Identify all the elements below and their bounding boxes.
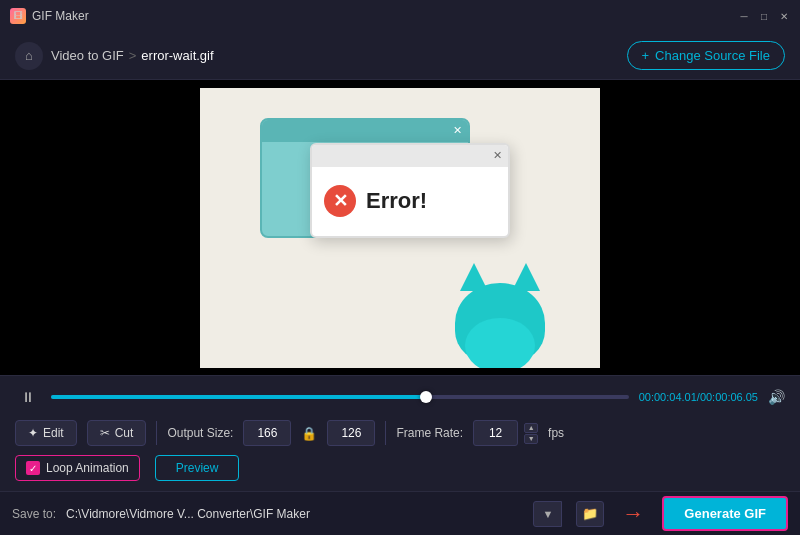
frame-rate-input[interactable] (473, 420, 518, 446)
save-to-label: Save to: (12, 507, 56, 521)
fps-up-arrow[interactable]: ▲ (524, 423, 538, 433)
error-window-titlebar: ✕ (312, 145, 508, 167)
minimize-button[interactable]: ─ (738, 10, 750, 22)
close-button[interactable]: ✕ (778, 10, 790, 22)
gif-preview: ✕ ✕ ✕ Error! (200, 88, 600, 368)
loop-row: ✓ Loop Animation Preview (15, 450, 785, 486)
progress-container: ⏸ 00:00:04.01/00:00:06.05 🔊 (15, 384, 785, 410)
folder-dropdown[interactable]: ▼ (533, 501, 562, 527)
app-title: GIF Maker (32, 9, 89, 23)
change-source-button[interactable]: + Change Source File (627, 41, 786, 70)
cat-face (465, 318, 535, 368)
output-size-label: Output Size: (167, 426, 233, 440)
time-display: 00:00:04.01/00:00:06.05 (639, 391, 758, 403)
progress-track[interactable] (51, 395, 629, 399)
plus-icon: + (642, 48, 650, 63)
video-preview-area: ✕ ✕ ✕ Error! (0, 80, 800, 375)
progress-thumb[interactable] (420, 391, 432, 403)
loop-checkbox[interactable]: ✓ (26, 461, 40, 475)
edit-icon: ✦ (28, 426, 38, 440)
cat-ear-left (460, 263, 488, 291)
folder-select-button[interactable]: ▼ (533, 501, 562, 527)
nav-left: ⌂ Video to GIF > error-wait.gif (15, 42, 214, 70)
cut-icon: ✂ (100, 426, 110, 440)
change-source-label: Change Source File (655, 48, 770, 63)
fps-spinner[interactable]: ▲ ▼ (524, 423, 538, 444)
width-input[interactable] (243, 420, 291, 446)
cat-character (455, 283, 545, 363)
error-text: Error! (366, 188, 427, 214)
error-window: ✕ ✕ Error! (310, 143, 510, 238)
bottom-bar: Save to: C:\Vidmore\Vidmore V... Convert… (0, 491, 800, 535)
cut-label: Cut (115, 426, 134, 440)
edit-button[interactable]: ✦ Edit (15, 420, 77, 446)
volume-icon[interactable]: 🔊 (768, 389, 785, 405)
total-time: 00:00:06.05 (700, 391, 758, 403)
background-window-titlebar: ✕ (262, 120, 468, 142)
play-pause-button[interactable]: ⏸ (15, 384, 41, 410)
home-button[interactable]: ⌂ (15, 42, 43, 70)
breadcrumb: Video to GIF > error-wait.gif (51, 48, 214, 63)
error-icon: ✕ (324, 185, 356, 217)
maximize-button[interactable]: □ (758, 10, 770, 22)
fps-down-arrow[interactable]: ▼ (524, 434, 538, 444)
lock-icon[interactable]: 🔒 (301, 426, 317, 441)
title-bar-left: 🎞 GIF Maker (10, 8, 89, 24)
breadcrumb-video-to-gif: Video to GIF (51, 48, 124, 63)
error-window-close: ✕ (493, 149, 502, 162)
toolbar-row: ✦ Edit ✂ Cut Output Size: 🔒 Frame Rate: … (15, 416, 785, 450)
save-path: C:\Vidmore\Vidmore V... Converter\GIF Ma… (66, 507, 523, 521)
frame-rate-label: Frame Rate: (396, 426, 463, 440)
generate-gif-button[interactable]: Generate GIF (662, 496, 788, 531)
close-x-icon: ✕ (453, 124, 462, 137)
title-bar: 🎞 GIF Maker ─ □ ✕ (0, 0, 800, 32)
arrow-indicator: → (622, 501, 644, 527)
folder-icon-button[interactable]: 📁 (576, 501, 604, 527)
breadcrumb-filename: error-wait.gif (141, 48, 213, 63)
current-time: 00:00:04.01 (639, 391, 697, 403)
preview-button[interactable]: Preview (155, 455, 240, 481)
window-controls[interactable]: ─ □ ✕ (738, 10, 790, 22)
app-icon: 🎞 (10, 8, 26, 24)
error-window-body: ✕ Error! (312, 167, 508, 236)
progress-fill (51, 395, 426, 399)
breadcrumb-separator: > (129, 48, 137, 63)
cat-ear-right (512, 263, 540, 291)
gif-background: ✕ ✕ ✕ Error! (200, 88, 600, 368)
cat-head (455, 283, 545, 363)
edit-label: Edit (43, 426, 64, 440)
toolbar-separator (156, 421, 157, 445)
cut-button[interactable]: ✂ Cut (87, 420, 147, 446)
fps-label: fps (548, 426, 564, 440)
loop-label: Loop Animation (46, 461, 129, 475)
height-input[interactable] (327, 420, 375, 446)
nav-bar: ⌂ Video to GIF > error-wait.gif + Change… (0, 32, 800, 80)
loop-animation-container[interactable]: ✓ Loop Animation (15, 455, 140, 481)
toolbar-separator-2 (385, 421, 386, 445)
controls-bar: ⏸ 00:00:04.01/00:00:06.05 🔊 ✦ Edit ✂ Cut… (0, 375, 800, 491)
